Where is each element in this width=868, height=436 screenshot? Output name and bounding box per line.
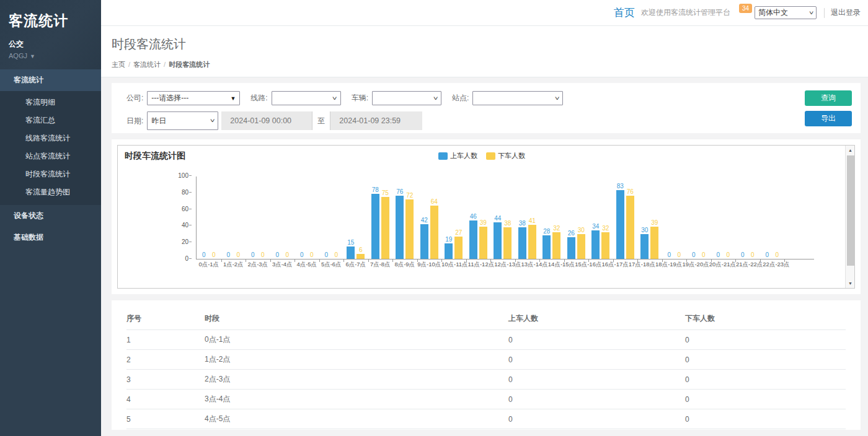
language-select[interactable]: 简体中文 ˅ [755,6,817,19]
y-axis: 020406080100 [169,177,192,259]
notification-badge[interactable]: 34 [739,4,752,13]
bar [577,234,585,259]
bar-value-label: 15 [347,239,354,246]
submenu-item-0[interactable]: 客流明细 [0,94,101,111]
table-cell: 3 [126,370,205,390]
top-navbar: 首页 欢迎使用客流统计管理平台 34 简体中文 ˅ 退出登录 [101,0,868,26]
bar-wrap: 0 [714,177,722,259]
nav-home-link[interactable]: 首页 [614,6,635,20]
submenu-item-1[interactable]: 客流汇总 [0,111,101,129]
date-range-group: 2024-01-09 00:00 至 2024-01-09 23:59 [221,111,422,130]
date-label: 日期: [126,116,143,126]
submenu-item-4[interactable]: 时段客流统计 [0,165,101,183]
bar-wrap: 27 [454,177,463,259]
sidebar-item-1[interactable]: 设备状态 [0,205,101,227]
x-axis-label: 17点-18点 [629,259,655,269]
chart-scrollbar[interactable]: ▲ ▼ [845,146,854,288]
submenu-item-5[interactable]: 客流量趋势图 [0,183,101,201]
bar-wrap: 38 [518,177,526,259]
date-preset-value: 昨日 [151,116,166,126]
scrollbar-thumb[interactable] [847,155,854,266]
station-select[interactable]: ˅ [472,91,563,105]
content: 公司: ---请选择--- ▼ 线路: ˅ 车 [101,77,868,436]
sidebar-item-0[interactable]: 客流统计 [0,69,101,91]
submenu-item-3[interactable]: 站点客流统计 [0,147,101,165]
bar-value-label: 0 [702,251,706,258]
x-axis-label: 22点-23点 [763,259,789,269]
bar-wrap: 0 [763,177,771,259]
bar-value-label: 72 [406,192,413,199]
bar-wrap: 41 [528,177,536,259]
bar-wrap: 0 [259,177,267,259]
bar [567,237,575,259]
scroll-up-button[interactable]: ▲ [846,146,855,155]
bar-group: 156 [343,177,368,259]
table-row: 43点-4点00 [126,390,846,409]
bar-value-label: 78 [372,186,379,193]
bar-value-label: 0 [236,251,240,258]
bar [479,227,487,259]
bar [640,234,649,259]
app-root: 客流统计 公交 AQGJ▼ 客流统计客流明细客流汇总线路客流统计站点客流统计时段… [0,0,868,436]
chevron-down-icon: ˅ [210,118,215,124]
bar-value-label: 30 [641,227,648,233]
bar-group: 00 [319,177,344,259]
vehicle-select[interactable]: ˅ [372,91,441,105]
bar-value-label: 0 [751,251,755,258]
bar [396,196,404,259]
logout-link[interactable]: 退出登录 [831,7,861,18]
x-axis-label: 10点-11点 [441,259,468,269]
bar-value-label: 0 [275,251,279,258]
scroll-down-button[interactable]: ▼ [846,279,855,288]
export-button[interactable]: 导出 [805,111,852,126]
chevron-down-icon: ˅ [555,95,560,102]
breadcrumb-item-1[interactable]: 客流统计/ [133,60,166,69]
legend-item[interactable]: 上车人数 [438,151,477,160]
table-cell: 0 [508,330,685,350]
submenu-item-2[interactable]: 线路客流统计 [0,129,101,147]
bar [371,194,379,259]
bar-value-label: 30 [578,227,585,233]
bar-wrap: 0 [748,177,756,259]
bar-wrap: 0 [773,177,781,259]
hourly-traffic-chart: 时段车流统计图 上车人数下车人数 020406080100 0000000000… [117,145,855,289]
sidebar-profile: 客流统计 公交 AQGJ▼ [0,0,101,69]
bar-value-label: 41 [529,217,536,224]
bar-wrap: 15 [347,177,355,259]
bar-wrap: 0 [675,177,683,259]
legend-label: 上车人数 [450,151,477,160]
bar-wrap: 44 [494,177,502,259]
legend-swatch [486,152,495,160]
bar-wrap: 72 [405,177,414,259]
sidebar-item-2[interactable]: 基础数据 [0,227,101,248]
bar [445,243,453,259]
org-code-dropdown[interactable]: AQGJ▼ [9,52,92,59]
bar [347,246,355,259]
vehicle-label: 车辆: [352,93,368,103]
y-axis-tick: 80 [165,189,188,196]
bar-wrap: 0 [689,177,698,259]
chevron-down-icon: ˅ [809,10,813,16]
x-axis-label: 7点-8点 [368,259,393,269]
bar-group: 8376 [613,177,638,259]
bar-group: 00 [686,177,711,259]
chart-panel: 时段车流统计图 上车人数下车人数 020406080100 0000000000… [112,139,861,294]
query-button[interactable]: 查询 [805,90,852,106]
bar-value-label: 76 [396,188,403,195]
legend-item[interactable]: 下车人数 [486,151,525,160]
date-to-input[interactable]: 2024-01-09 23:59 [330,111,422,130]
bar-group: 7672 [392,177,417,259]
date-from-input[interactable]: 2024-01-09 00:00 [221,111,312,130]
breadcrumb-item-2: 时段客流统计 [169,60,210,69]
legend-swatch [438,152,448,160]
date-preset-select[interactable]: 昨日 ˅ [147,111,218,130]
bar-value-label: 64 [431,198,438,205]
bar-value-label: 0 [251,251,255,258]
breadcrumb-item-0[interactable]: 主页/ [112,60,130,69]
bar-value-label: 0 [334,251,338,258]
bar [356,254,365,259]
company-select[interactable]: ---请选择--- ▼ [147,91,240,105]
line-select[interactable]: ˅ [272,91,341,105]
bar-value-label: 27 [455,229,462,236]
table-header-cell: 上车人数 [508,308,685,330]
